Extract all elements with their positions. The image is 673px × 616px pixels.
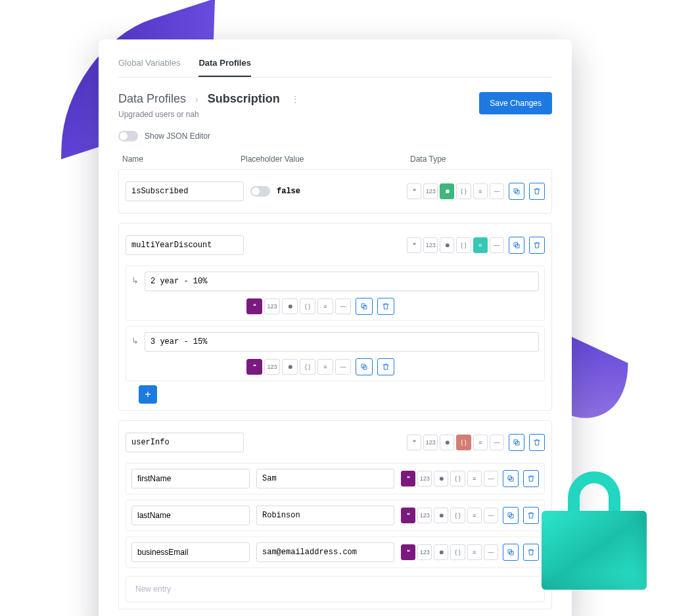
delete-button[interactable] (523, 544, 539, 561)
save-button[interactable]: Save Changes (479, 92, 552, 114)
type-object-icon[interactable]: { } (450, 544, 465, 560)
type-object-icon[interactable]: { } (456, 183, 471, 199)
field-name-input[interactable] (131, 469, 250, 488)
delete-button[interactable] (529, 434, 545, 451)
breadcrumb-root[interactable]: Data Profiles (118, 92, 186, 106)
type-null-icon[interactable]: — (490, 237, 504, 253)
value-input[interactable] (145, 332, 539, 352)
type-boolean-icon[interactable]: ⏺ (440, 435, 454, 450)
type-array-icon[interactable]: ≡ (473, 435, 488, 450)
delete-button[interactable] (529, 183, 545, 200)
field-name-input[interactable] (131, 506, 250, 525)
indent-arrow-icon: ↳ (131, 275, 139, 285)
type-boolean-icon[interactable]: ⏺ (434, 508, 448, 523)
type-number-icon[interactable]: 123 (423, 183, 438, 199)
type-null-icon[interactable]: — (490, 183, 504, 199)
type-boolean-icon[interactable]: ⏺ (434, 544, 448, 560)
copy-button[interactable] (509, 237, 524, 254)
type-array-icon[interactable]: ≡ (467, 508, 482, 523)
type-object-icon[interactable]: { } (450, 471, 465, 486)
lock-icon (542, 471, 647, 590)
add-item-button[interactable]: + (139, 385, 157, 404)
type-string-icon[interactable]: ❝ (246, 359, 262, 375)
type-string-icon[interactable]: ❝ (401, 471, 415, 486)
copy-button[interactable] (356, 298, 373, 315)
type-object-icon[interactable]: { } (450, 508, 465, 523)
type-null-icon[interactable]: — (484, 544, 498, 560)
row-is-subscribed: false ❝ 123 ⏺ { } ≡ — (118, 169, 552, 214)
copy-button[interactable] (509, 434, 524, 451)
type-string-icon[interactable]: ❝ (401, 508, 415, 523)
type-number-icon[interactable]: 123 (417, 508, 432, 523)
type-array-icon[interactable]: ≡ (317, 359, 333, 375)
col-datatype: Data Type (410, 154, 548, 164)
type-array-icon[interactable]: ≡ (473, 237, 488, 253)
delete-button[interactable] (529, 237, 545, 254)
copy-button[interactable] (503, 507, 519, 524)
copy-button[interactable] (503, 544, 519, 561)
type-number-icon[interactable]: 123 (423, 237, 438, 253)
object-field-row: ❝ 123 ⏺ { } ≡ — (126, 536, 545, 568)
json-editor-toggle[interactable] (118, 131, 138, 141)
field-value-input[interactable] (256, 469, 394, 488)
row-user-info: ❝ 123 ⏺ { } ≡ — ❝ 123 ⏺ { } ≡ — (118, 420, 552, 609)
type-number-icon[interactable]: 123 (264, 298, 280, 314)
field-value-input[interactable] (256, 506, 394, 525)
field-name-input[interactable] (131, 542, 250, 562)
type-string-icon[interactable]: ❝ (401, 544, 415, 560)
type-array-icon[interactable]: ≡ (317, 298, 333, 314)
name-input[interactable] (126, 181, 244, 201)
type-object-icon[interactable]: { } (300, 298, 315, 314)
object-field-row: ❝ 123 ⏺ { } ≡ — (126, 500, 545, 531)
delete-button[interactable] (377, 358, 394, 375)
delete-button[interactable] (523, 470, 539, 487)
breadcrumb: Data Profiles › Subscription ⋮ (118, 92, 300, 106)
copy-button[interactable] (503, 470, 519, 487)
bool-toggle[interactable] (250, 186, 270, 197)
json-editor-label: Show JSON Editor (145, 131, 210, 141)
type-string-icon[interactable]: ❝ (407, 183, 421, 199)
tab-data-profiles[interactable]: Data Profiles (198, 53, 250, 77)
col-name: Name (122, 154, 241, 164)
type-string-icon[interactable]: ❝ (246, 298, 262, 314)
type-null-icon[interactable]: — (484, 471, 498, 486)
copy-button[interactable] (509, 183, 524, 200)
type-null-icon[interactable]: — (335, 298, 351, 314)
type-number-icon[interactable]: 123 (264, 359, 280, 375)
chevron-right-icon: › (195, 94, 198, 105)
type-array-icon[interactable]: ≡ (473, 183, 488, 199)
name-input[interactable] (126, 433, 244, 452)
type-null-icon[interactable]: — (484, 508, 498, 523)
type-number-icon[interactable]: 123 (417, 471, 432, 486)
value-input[interactable] (145, 272, 539, 291)
type-array-icon[interactable]: ≡ (467, 471, 482, 486)
bool-value: false (277, 187, 300, 196)
type-boolean-icon[interactable]: ⏺ (440, 237, 454, 253)
type-object-icon[interactable]: { } (456, 435, 471, 450)
new-entry-row[interactable]: New entry (126, 576, 545, 602)
list-item: ↳ ❝ 123 ⏺ { } ≡ — (126, 266, 545, 321)
type-null-icon[interactable]: — (335, 359, 351, 375)
type-number-icon[interactable]: 123 (423, 435, 438, 450)
type-array-icon[interactable]: ≡ (467, 544, 482, 560)
type-boolean-icon[interactable]: ⏺ (440, 183, 454, 199)
type-boolean-icon[interactable]: ⏺ (434, 471, 448, 486)
delete-button[interactable] (523, 507, 539, 524)
type-boolean-icon[interactable]: ⏺ (282, 298, 298, 314)
type-string-icon[interactable]: ❝ (407, 237, 421, 253)
page-title: Subscription (208, 92, 280, 106)
more-icon[interactable]: ⋮ (290, 94, 300, 105)
type-string-icon[interactable]: ❝ (407, 435, 421, 450)
field-value-input[interactable] (256, 542, 394, 562)
type-null-icon[interactable]: — (490, 435, 504, 450)
type-object-icon[interactable]: { } (456, 237, 471, 253)
delete-button[interactable] (377, 298, 394, 315)
tab-global-variables[interactable]: Global Variables (118, 53, 180, 77)
indent-arrow-icon: ↳ (131, 336, 139, 346)
type-object-icon[interactable]: { } (300, 359, 315, 375)
copy-button[interactable] (356, 358, 373, 375)
type-number-icon[interactable]: 123 (417, 544, 432, 560)
tab-bar: Global Variables Data Profiles (118, 53, 552, 78)
name-input[interactable] (126, 235, 244, 255)
type-boolean-icon[interactable]: ⏺ (282, 359, 298, 375)
